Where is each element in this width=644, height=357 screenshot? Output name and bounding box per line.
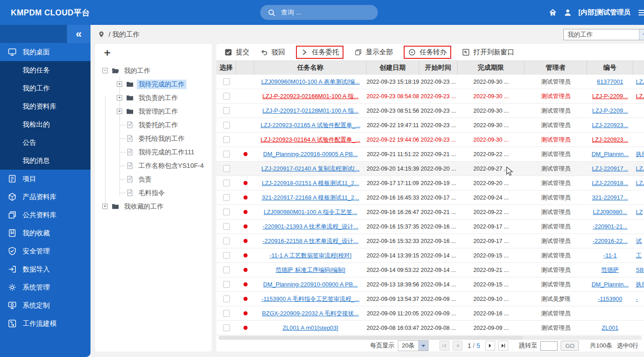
row-checkbox[interactable] — [223, 267, 230, 273]
tree-node-label[interactable]: 毛料指令 — [137, 188, 167, 198]
task-code-link[interactable]: 321-220917... — [592, 194, 628, 201]
sidebar-item-我的桌面[interactable]: 我的桌面 — [0, 43, 91, 61]
task-name-link[interactable]: DM_Planning-220916-00905 A PB... — [263, 151, 358, 157]
toolbar-button-任务委托[interactable]: 任务委托 — [296, 46, 343, 59]
row-checkbox[interactable] — [223, 281, 230, 288]
task-name-link[interactable]: LZJ-P-220917-02128M01-100 A 指... — [262, 107, 358, 115]
toolbar-button-提交[interactable]: 提交 — [224, 48, 249, 57]
task-name-link[interactable]: LZJ-220923-02165 A 试验件配置单_... — [261, 121, 360, 129]
row-checkbox[interactable] — [223, 310, 230, 317]
column-header-管理者[interactable]: 管理者 — [525, 60, 587, 75]
sidebar-item-产品资料库[interactable]: 产品资料库 — [0, 188, 91, 206]
row-checkbox[interactable] — [223, 209, 230, 215]
row-checkbox[interactable] — [223, 93, 230, 100]
tree-node-我管理的工作[interactable]: +我管理的工作 — [95, 105, 212, 118]
tree-node-毛料指令[interactable]: 毛料指令 — [95, 186, 212, 200]
tree-node-label[interactable]: 我管理的工作 — [137, 107, 180, 116]
tree-node-label[interactable]: 工作名称包含YS10F-4 — [137, 161, 205, 171]
related-object-link[interactable]: - — [636, 295, 638, 302]
tree-node-工作名称包含YS10F-4[interactable]: 工作名称包含YS10F-4 — [95, 159, 212, 172]
related-object-link[interactable]: 执行 — [636, 150, 644, 158]
sidebar-item-我检出的[interactable]: 我检出的 — [0, 115, 91, 133]
tree-node-负责[interactable]: 负责 — [95, 172, 212, 186]
tree-node-label[interactable]: 我待完成的工作 — [137, 80, 186, 89]
user-icon[interactable] — [563, 8, 572, 17]
row-checkbox[interactable] — [223, 165, 230, 172]
row-checkbox[interactable] — [223, 151, 230, 157]
task-code-link[interactable]: -220901-21... — [592, 223, 627, 230]
related-object-link[interactable]: LZJ — [636, 180, 644, 186]
row-checkbox[interactable] — [223, 223, 230, 230]
tree-node-我的工作[interactable]: −我的工作 — [95, 64, 212, 77]
tree-node-我待完成的工作[interactable]: +我待完成的工作 — [95, 77, 212, 91]
related-object-link[interactable]: 工 — [636, 252, 642, 260]
sidebar-item-我的资料库[interactable]: 我的资料库 — [0, 97, 91, 115]
related-object-link[interactable]: 执行 — [636, 281, 644, 289]
toolbar-button-打开到新窗口[interactable]: 打开到新窗口 — [462, 48, 514, 57]
related-object-link[interactable]: LZJ — [636, 165, 644, 172]
task-name-link[interactable]: -1153900 A 毛料指令工艺签审流程_... — [262, 295, 360, 303]
tree-node-label[interactable]: 我待完成的工作111 — [137, 148, 196, 157]
related-object-link[interactable]: LZJ — [636, 78, 644, 85]
task-code-link[interactable]: LZJ-220918... — [592, 180, 628, 186]
task-code-link[interactable]: LZJ-P-2209... — [592, 107, 628, 114]
sidebar-item-我的任务[interactable]: 我的任务 — [0, 61, 91, 79]
task-name-link[interactable]: LZJ-P-220923-02166M01-100 A 指... — [262, 92, 358, 100]
view-selector-dropdown[interactable]: 我的工作 — [563, 29, 644, 40]
home-icon[interactable] — [549, 8, 557, 17]
global-search-input[interactable]: 查询 ... — [260, 5, 378, 20]
last-page-button[interactable] — [498, 341, 508, 351]
sidebar-item-我的消息[interactable]: 我的消息 — [0, 152, 91, 170]
column-header-编号[interactable]: 编号 — [587, 60, 633, 75]
task-code-link[interactable]: -220916-22... — [592, 238, 627, 244]
scrollbar-thumb[interactable] — [219, 336, 523, 340]
tree-node-label[interactable]: 我委托的工作 — [137, 120, 180, 130]
sidebar-item-安全管理[interactable]: 安全管理 — [0, 242, 91, 260]
column-header-选择[interactable]: 选择 — [216, 60, 236, 75]
sidebar-item-公告[interactable]: 公告 — [0, 133, 91, 152]
task-code-link[interactable]: 范德萨 — [601, 266, 619, 274]
related-object-link[interactable]: SB- — [636, 267, 644, 273]
task-name-link[interactable]: -11-1 A 工艺数据签审流程[校对] — [269, 252, 351, 260]
toolbar-button-任务转办[interactable]: 任务转办 — [404, 46, 451, 59]
tree-node-我收藏的工作[interactable]: +我收藏的工作 — [95, 200, 212, 213]
add-node-button[interactable]: + — [104, 48, 110, 58]
row-checkbox[interactable] — [223, 194, 230, 201]
expand-expander-icon[interactable]: + — [117, 95, 122, 100]
sidebar-item-项目[interactable]: 项目 — [0, 170, 91, 188]
task-code-link[interactable]: LZJ-220923... — [592, 136, 628, 143]
task-name-link[interactable]: DM_Planning-220910-00900 A PB... — [263, 281, 358, 288]
tree-node-委托给我的工作[interactable]: 委托给我的工作 — [95, 132, 212, 145]
menu-icon[interactable] — [637, 8, 644, 17]
chevron-down-icon[interactable] — [418, 341, 428, 351]
task-name-link[interactable]: LZJ-220918-02151 A 模板测试11_2... — [262, 179, 359, 187]
tree-node-我委托的工作[interactable]: 我委托的工作 — [95, 118, 212, 132]
tree-node-label[interactable]: 我收藏的工作 — [122, 202, 165, 211]
row-checkbox[interactable] — [223, 122, 230, 129]
expand-expander-icon[interactable]: + — [117, 81, 122, 87]
toolbar-button-显示全部[interactable]: 显示全部 — [354, 48, 393, 57]
first-page-button[interactable] — [439, 341, 449, 351]
task-code-link[interactable]: -1153900 — [598, 295, 622, 302]
task-code-link[interactable]: DM_Plannin... — [592, 151, 629, 157]
task-name-link[interactable]: LZJ-220917-02140 A 复制流程测试[... — [262, 165, 360, 173]
sidebar-item-工作流建模[interactable]: 工作流建模 — [0, 314, 91, 333]
column-header-任务名称[interactable]: 任务名称 — [254, 60, 367, 75]
task-code-link[interactable]: DM_Plannin... — [592, 281, 629, 288]
chevron-down-icon[interactable] — [639, 29, 644, 40]
task-code-link[interactable]: 61377001 — [597, 78, 623, 85]
task-code-link[interactable]: LZJ090980... — [593, 209, 627, 215]
collapse-expander-icon[interactable]: − — [102, 68, 108, 73]
sidebar-item-我的收藏[interactable]: 我的收藏 — [0, 224, 91, 242]
tree-node-label[interactable]: 我负责的工作 — [137, 93, 180, 103]
next-page-button[interactable] — [485, 341, 495, 351]
column-header-完成期限[interactable]: 完成期限 — [458, 60, 525, 75]
task-name-link[interactable]: LZJ090980M01-100 A 指令工艺签... — [264, 208, 358, 216]
sidebar-collapse-button[interactable]: « — [67, 25, 91, 43]
horizontal-scrollbar[interactable] — [219, 336, 642, 340]
task-code-link[interactable]: LZJ-P-2209... — [592, 93, 628, 100]
tree-node-我负责的工作[interactable]: +我负责的工作 — [95, 91, 212, 105]
row-checkbox[interactable] — [223, 107, 230, 114]
related-object-link[interactable]: LZJ — [636, 93, 644, 100]
sidebar-item-我的工作[interactable]: 我的工作 — [0, 79, 91, 97]
